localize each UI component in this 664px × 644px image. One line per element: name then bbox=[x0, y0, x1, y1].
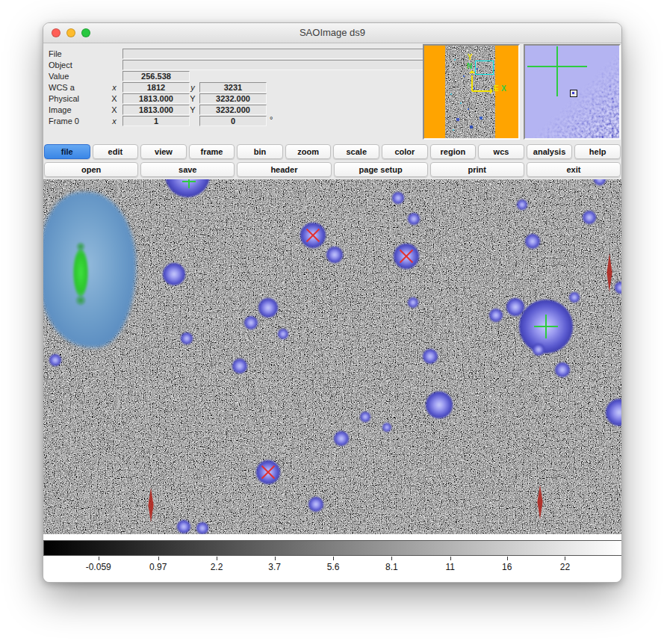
star-blob bbox=[426, 391, 453, 418]
exit-button[interactable]: exit bbox=[527, 162, 621, 177]
region-x-marker bbox=[397, 247, 415, 265]
compass-north-label: N bbox=[467, 63, 472, 70]
frame-angle-field[interactable]: 0 bbox=[199, 116, 267, 126]
image-canvas[interactable] bbox=[43, 179, 622, 534]
menu-color[interactable]: color bbox=[382, 144, 428, 159]
menu-region[interactable]: region bbox=[430, 144, 477, 159]
menu-bin[interactable]: bin bbox=[237, 144, 283, 159]
crosshair-marker bbox=[182, 179, 196, 188]
info-row-value: Value 256.538 bbox=[46, 71, 423, 82]
colorbar-tick-label: 5.6 bbox=[327, 562, 340, 572]
value-label: Value bbox=[49, 72, 69, 81]
star-blob bbox=[506, 298, 524, 316]
colorbar-tick bbox=[275, 557, 276, 560]
menu-edit[interactable]: edit bbox=[93, 144, 139, 159]
menubar: file edit view frame bin zoom scale colo… bbox=[43, 143, 621, 161]
physical-label: Physical bbox=[49, 94, 79, 103]
star-blob bbox=[525, 234, 540, 249]
star-blob bbox=[49, 354, 61, 366]
menu-scale[interactable]: scale bbox=[333, 144, 379, 159]
frame-x-label: x bbox=[108, 117, 120, 126]
print-button[interactable]: print bbox=[430, 162, 524, 177]
panner[interactable]: Y N E X bbox=[423, 44, 520, 140]
star-blob bbox=[181, 332, 193, 344]
file-field[interactable] bbox=[122, 49, 423, 59]
compass-x-axis bbox=[472, 90, 491, 92]
colorbar-tick-label: -0.059 bbox=[86, 562, 111, 572]
colorbar-tick-label: 8.1 bbox=[385, 562, 398, 572]
colorbar-tick-label: 11 bbox=[446, 562, 455, 572]
crosshair-marker bbox=[534, 315, 558, 338]
wcs-label: WCS a bbox=[49, 83, 75, 92]
wcs-x-field[interactable]: 1812 bbox=[122, 82, 190, 93]
colorbar-tick bbox=[450, 557, 451, 560]
image-x-field[interactable]: 1813.000 bbox=[122, 105, 190, 115]
colorbar-tick bbox=[158, 557, 159, 560]
menu-analysis[interactable]: analysis bbox=[527, 144, 573, 159]
star-blob bbox=[232, 359, 247, 374]
menu-help[interactable]: help bbox=[574, 144, 621, 159]
compass-x-label: X bbox=[501, 85, 506, 93]
star-blob bbox=[308, 497, 323, 512]
frame-zoom-field[interactable]: 1 bbox=[122, 116, 190, 126]
info-row-physical: Physical X 1813.000 Y 3232.000 bbox=[46, 93, 423, 105]
save-button[interactable]: save bbox=[140, 162, 235, 177]
colorbar-ticks: -0.0590.972.23.75.68.1111622 bbox=[43, 556, 622, 578]
star-blob bbox=[489, 309, 503, 322]
region-diamond-marker bbox=[605, 253, 614, 292]
image-x-label: X bbox=[108, 105, 120, 114]
magnifier-center-pixel bbox=[570, 90, 577, 97]
star-blob bbox=[517, 199, 527, 210]
physical-x-field[interactable]: 1813.000 bbox=[122, 93, 190, 104]
physical-y-field[interactable]: 3232.000 bbox=[199, 93, 267, 104]
info-row-wcs: WCS a x 1812 y 3231 bbox=[46, 82, 423, 93]
star-blob bbox=[555, 362, 570, 377]
image-overlays bbox=[43, 179, 622, 534]
region-diamond-marker bbox=[146, 488, 155, 522]
page-setup-button[interactable]: page setup bbox=[334, 162, 428, 177]
panner-viewbox[interactable] bbox=[475, 61, 494, 75]
value-field[interactable]: 256.538 bbox=[122, 71, 190, 81]
zoom-button[interactable] bbox=[81, 28, 90, 37]
colorbar[interactable] bbox=[43, 540, 622, 556]
galaxy-core bbox=[73, 249, 88, 297]
compass-east-label: E bbox=[494, 85, 499, 93]
compass-right-arrowhead-icon bbox=[490, 88, 493, 94]
magnifier-crosshair-v bbox=[556, 46, 558, 96]
image-y-label: Y bbox=[187, 105, 198, 114]
menu-wcs[interactable]: wcs bbox=[478, 144, 524, 159]
star-blob bbox=[163, 263, 185, 285]
file-label: File bbox=[49, 49, 62, 58]
menu-file[interactable]: file bbox=[44, 144, 90, 159]
magnifier bbox=[524, 44, 621, 140]
object-label: Object bbox=[49, 61, 72, 69]
wcs-y-field[interactable]: 3231 bbox=[199, 82, 267, 93]
image-y-field[interactable]: 3232.000 bbox=[199, 105, 267, 115]
star-blob bbox=[533, 344, 544, 356]
star-blob bbox=[392, 192, 404, 204]
galaxy-speck bbox=[76, 242, 85, 251]
colorbar-tick-label: 16 bbox=[502, 562, 512, 572]
object-field[interactable] bbox=[122, 60, 423, 70]
header-button[interactable]: header bbox=[237, 162, 331, 177]
compass-y-label: Y bbox=[468, 54, 473, 61]
region-diamond-marker bbox=[536, 485, 544, 519]
colorbar-tick-label: 0.97 bbox=[149, 562, 167, 572]
colorbar-tick-label: 2.2 bbox=[211, 562, 223, 572]
menu-zoom[interactable]: zoom bbox=[285, 144, 332, 159]
star-blob bbox=[606, 399, 622, 426]
physical-y-label: Y bbox=[187, 94, 198, 103]
open-button[interactable]: open bbox=[44, 162, 138, 177]
menu-view[interactable]: view bbox=[140, 144, 187, 159]
wcs-x-label: x bbox=[108, 83, 120, 92]
menu-frame[interactable]: frame bbox=[189, 144, 235, 159]
info-row-frame: Frame 0 x 1 0 ° bbox=[46, 116, 423, 127]
star-blob bbox=[244, 316, 258, 329]
panner-star-specks bbox=[445, 46, 447, 47]
frame-label: Frame 0 bbox=[49, 117, 79, 126]
colorbar-tick bbox=[507, 557, 508, 560]
titlebar[interactable]: SAOImage ds9 bbox=[43, 23, 621, 43]
minimize-button[interactable] bbox=[66, 28, 75, 37]
close-button[interactable] bbox=[52, 28, 60, 37]
region-x-marker bbox=[304, 226, 322, 244]
